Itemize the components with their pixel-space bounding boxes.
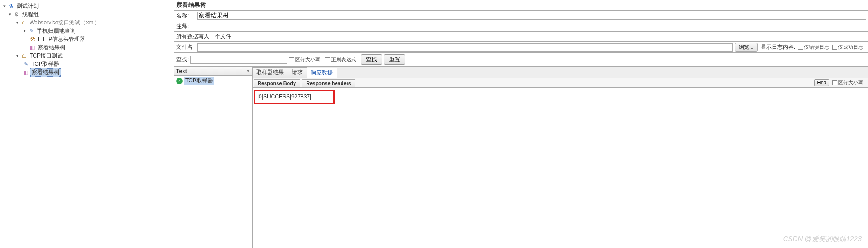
tree-tcp-test[interactable]: ▾ 🗀 TCP接口测试 [0,52,174,60]
tree-label: TCP取样器 [30,60,60,68]
search-button[interactable]: 查找 [361,54,382,65]
regex-check[interactable]: 正则表达式 [325,56,356,63]
collapse-icon[interactable]: ▾ [7,12,12,17]
results-icon: ◧ [22,69,30,76]
tree-http-header[interactable]: 🛠 HTTP信息头管理器 [0,35,174,43]
tree-label: 测试计划 [16,2,40,10]
tree-label: HTTP信息头管理器 [37,35,86,43]
collapse-icon[interactable]: ▾ [22,29,27,33]
file-label: 文件名 [176,43,197,51]
tree-webservice[interactable]: ▾ 🗀 Webservice接口测试（xml） [0,18,174,27]
tab-request[interactable]: 请求 [288,67,307,78]
tree-root[interactable]: ▾ ⚗ 测试计划 [0,2,174,10]
log-label: 显示日志内容: [761,43,795,51]
comment-input[interactable] [197,22,866,30]
flask-icon: ⚗ [7,2,15,10]
subtab-body[interactable]: Response Body [254,79,300,87]
comment-row: 注释: [174,21,868,32]
results-icon: ◧ [29,44,36,51]
tree-label: 线程组 [21,11,40,18]
gear-icon: ⚙ [13,11,20,18]
response-body-area[interactable]: |0|SUCCESS|927837| [253,88,868,248]
file-input[interactable] [197,43,733,52]
panel-title: 察看结果树 [176,1,206,9]
tree-label: 察看结果树 [30,68,61,77]
tree-label: 手机归属地查询 [36,27,77,35]
subtab-row: Response Body Response headers [253,78,868,88]
comment-label: 注释: [176,23,197,30]
collapse-icon[interactable]: ▾ [15,53,19,58]
tab-sampler[interactable]: 取样器结果 [253,67,288,78]
result-area: Text ▾ ✓ TCP取样器 取样器结果 请求 响应数据 Response B… [174,67,868,248]
case-sensitive-check[interactable]: 区分大小写 [289,56,320,63]
name-label: 名称: [176,12,197,20]
file-row: 文件名 浏览... 显示日志内容: 仅错误日志 仅成功日志 [174,42,868,53]
name-row: 名称: [174,11,868,21]
tab-response[interactable]: 响应数据 [307,68,337,78]
file-section-title: 所有数据写入一个文件 [174,32,868,42]
folder-icon: 🗀 [20,52,28,59]
response-body-text: |0|SUCCESS|927837| [257,93,867,100]
result-item-label: TCP取样器 [184,77,214,85]
find-case-check[interactable]: 区分大小写 [832,79,863,86]
right-panel: 察看结果树 名称: 注释: 所有数据写入一个文件 文件名 浏览... 显示日志内… [174,0,868,248]
success-icon: ✓ [176,78,183,84]
search-label: 查找: [176,56,189,63]
wrench-icon: 🛠 [29,35,36,43]
tree-label: Webservice接口测试（xml） [29,19,101,27]
collapse-icon[interactable]: ▾ [2,4,6,8]
name-input[interactable] [197,12,866,20]
tree-label: 察看结果树 [37,44,66,52]
folder-icon: 🗀 [20,19,28,26]
reset-button[interactable]: 重置 [384,54,405,65]
dropper-icon: ✎ [28,27,35,35]
dropper-icon: ✎ [22,60,30,68]
file-section-label: 所有数据写入一个文件 [176,33,231,40]
result-tree: Text ▾ ✓ TCP取样器 [174,67,253,248]
tree-label: TCP接口测试 [29,52,64,60]
panel-title-row: 察看结果树 [174,0,868,11]
tree-thread-group[interactable]: ▾ ⚙ 线程组 [0,10,174,18]
dropdown-icon[interactable]: ▾ [245,69,251,74]
find-row: Find 区分大小写 [814,79,866,86]
subtab-headers[interactable]: Response headers [302,79,355,87]
search-input[interactable] [190,56,287,64]
find-button[interactable]: Find [814,79,829,86]
tree-phone-query[interactable]: ▾ ✎ 手机归属地查询 [0,27,174,35]
tree-view-results-2[interactable]: ◧ 察看结果树 [0,68,174,76]
result-type-header[interactable]: Text ▾ [174,67,252,76]
tree-panel: ▾ ⚗ 测试计划 ▾ ⚙ 线程组 ▾ 🗀 Webservice接口测试（xml）… [0,0,174,248]
type-header-label: Text [176,68,187,75]
browse-button[interactable]: 浏览... [735,43,757,52]
collapse-icon[interactable]: ▾ [15,20,19,25]
tree-view-results-1[interactable]: ◧ 察看结果树 [0,43,174,52]
success-only-check[interactable]: 仅成功日志 [832,44,863,51]
tab-row: 取样器结果 请求 响应数据 [253,67,868,78]
error-only-check[interactable]: 仅错误日志 [798,44,829,51]
tree-tcp-sampler[interactable]: ✎ TCP取样器 [0,60,174,68]
search-row: 查找: 区分大小写 正则表达式 查找 重置 [174,53,868,67]
result-item[interactable]: ✓ TCP取样器 [174,76,252,86]
detail-panel: 取样器结果 请求 响应数据 Response Body Response hea… [253,67,868,248]
